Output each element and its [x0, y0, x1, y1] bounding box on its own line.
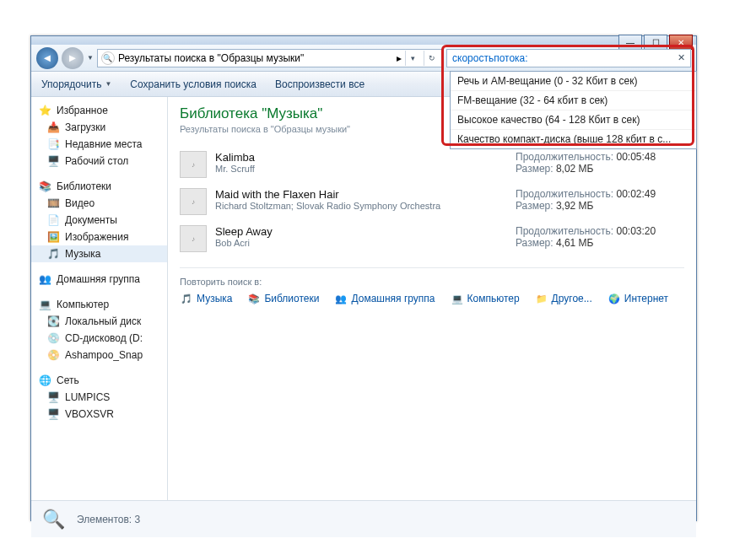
repeat-search-label: Повторить поиск в:: [180, 277, 684, 287]
minimize-button[interactable]: —: [618, 35, 642, 50]
result-item[interactable]: ♪ Maid with the Flaxen Hair Richard Stol…: [180, 183, 684, 220]
magnifier-icon: 🔍: [40, 506, 67, 533]
suggestion-item[interactable]: FM-вещание (32 - 64 кбит в сек): [451, 91, 696, 110]
content-pane: Библиотека "Музыка" Результаты поиска в …: [168, 97, 696, 500]
music-icon: 🎵: [46, 247, 60, 261]
sidebar-music[interactable]: 🎵Музыка: [31, 245, 167, 262]
star-icon: ⭐: [38, 104, 51, 117]
search-input[interactable]: скоростьпотока: ✕: [446, 49, 691, 67]
track-artist: Bob Acri: [215, 238, 507, 248]
music-icon: 🎵: [180, 292, 193, 305]
navigation-bar: ◄ ► ▼ 🔍 Результаты поиска в "Образцы муз…: [31, 45, 696, 72]
network-icon: 🌐: [38, 374, 51, 387]
picture-icon: 🖼️: [46, 230, 60, 244]
homegroup-icon: 👥: [38, 272, 51, 286]
disk-icon: 💽: [46, 315, 60, 328]
pc-icon: 🖥️: [46, 407, 60, 421]
download-icon: 📥: [46, 121, 60, 134]
search-value: скоростьпотока:: [452, 52, 678, 64]
address-bar[interactable]: 🔍 Результаты поиска в "Образцы музыки" ▸…: [97, 49, 443, 67]
track-artist: Mr. Scruff: [215, 164, 507, 174]
breadcrumb[interactable]: Результаты поиска в "Образцы музыки": [118, 52, 393, 64]
sidebar-homegroup[interactable]: 👥Домашняя группа: [31, 271, 167, 288]
globe-icon: 🌍: [608, 292, 621, 305]
sidebar-pictures[interactable]: 🖼️Изображения: [31, 229, 167, 245]
navigation-pane: ⭐Избранное 📥Загрузки 📑Недавние места 🖥️Р…: [31, 97, 168, 500]
pc-icon: 🖥️: [46, 390, 60, 404]
repeat-computer[interactable]: 💻Компьютер: [451, 292, 520, 305]
suggestion-item[interactable]: Качество компакт-диска (выше 128 кбит в …: [451, 130, 696, 148]
repeat-internet[interactable]: 🌍Интернет: [608, 292, 668, 305]
album-art-icon: ♪: [180, 225, 207, 252]
maximize-button[interactable]: ☐: [644, 35, 667, 50]
breadcrumb-chevron-icon[interactable]: ▸: [397, 52, 402, 64]
sidebar-videos[interactable]: 🎞️Видео: [31, 195, 167, 212]
repeat-music[interactable]: 🎵Музыка: [180, 292, 232, 305]
drive-icon: 📀: [46, 348, 60, 362]
repeat-homegroup[interactable]: 👥Домашняя группа: [334, 292, 435, 305]
status-bar: 🔍 Элементов: 3: [31, 500, 696, 537]
sidebar-lumpics[interactable]: 🖥️LUMPICS: [31, 389, 167, 406]
sidebar-recent[interactable]: 📑Недавние места: [31, 136, 167, 153]
repeat-libraries[interactable]: 📚Библиотеки: [247, 292, 319, 305]
sidebar-vboxsvr[interactable]: 🖥️VBOXSVR: [31, 406, 167, 423]
organize-menu[interactable]: Упорядочить ▼: [41, 78, 111, 90]
video-icon: 🎞️: [46, 197, 60, 210]
folder-icon: 📁: [535, 292, 548, 305]
back-button[interactable]: ◄: [36, 47, 58, 69]
suggestion-item[interactable]: Высокое качество (64 - 128 Кбит в сек): [451, 110, 696, 130]
save-search-button[interactable]: Сохранить условия поиска: [130, 78, 256, 90]
recent-icon: 📑: [46, 137, 60, 151]
result-item[interactable]: ♪ Sleep Away Bob Acri Продолжительность:…: [180, 220, 684, 257]
repeat-other[interactable]: 📁Другое...: [535, 292, 592, 305]
sidebar-cd-drive[interactable]: 💿CD-дисковод (D:: [31, 330, 167, 347]
refresh-button[interactable]: ↻: [424, 51, 439, 66]
document-icon: 📄: [46, 213, 60, 227]
sidebar-network[interactable]: 🌐Сеть: [31, 372, 167, 389]
sidebar-favorites[interactable]: ⭐Избранное: [31, 102, 167, 119]
suggestion-item[interactable]: Речь и AM-вещание (0 - 32 Кбит в сек): [451, 72, 696, 91]
track-title: Maid with the Flaxen Hair: [215, 188, 507, 201]
sidebar-documents[interactable]: 📄Документы: [31, 212, 167, 229]
close-button[interactable]: ✕: [669, 35, 693, 50]
history-dropdown[interactable]: ▼: [87, 54, 94, 62]
search-suggestions: Речь и AM-вещание (0 - 32 Кбит в сек) FM…: [450, 71, 697, 149]
libraries-icon: 📚: [247, 292, 261, 305]
result-item[interactable]: ♪ Kalimba Mr. Scruff Продолжительность: …: [180, 146, 684, 183]
forward-button[interactable]: ►: [62, 47, 84, 69]
search-location-icon: 🔍: [101, 51, 115, 65]
sidebar-downloads[interactable]: 📥Загрузки: [31, 119, 167, 136]
titlebar: — ☐ ✕: [31, 36, 696, 45]
album-art-icon: ♪: [180, 151, 207, 178]
libraries-icon: 📚: [38, 180, 51, 193]
explorer-window: — ☐ ✕ ◄ ► ▼ 🔍 Результаты поиска в "Образ…: [30, 35, 697, 521]
sidebar-libraries[interactable]: 📚Библиотеки: [31, 178, 167, 195]
sidebar-computer[interactable]: 💻Компьютер: [31, 296, 167, 313]
clear-search-icon[interactable]: ✕: [678, 52, 685, 63]
address-dropdown[interactable]: ▾: [405, 51, 420, 66]
sidebar-ashampoo[interactable]: 📀Ashampoo_Snap: [31, 347, 167, 363]
track-artist: Richard Stoltzman; Slovak Radio Symphony…: [215, 201, 507, 211]
desktop-icon: 🖥️: [46, 154, 60, 168]
album-art-icon: ♪: [180, 188, 207, 215]
track-title: Sleep Away: [215, 225, 507, 238]
track-title: Kalimba: [215, 151, 507, 164]
computer-icon: 💻: [38, 298, 51, 311]
homegroup-icon: 👥: [334, 292, 348, 305]
play-all-button[interactable]: Воспроизвести все: [275, 78, 364, 90]
sidebar-desktop[interactable]: 🖥️Рабочий стол: [31, 153, 167, 170]
sidebar-local-disk[interactable]: 💽Локальный диск: [31, 313, 167, 330]
cd-icon: 💿: [46, 331, 60, 345]
computer-icon: 💻: [451, 292, 464, 305]
status-count: Элементов: 3: [77, 514, 140, 525]
